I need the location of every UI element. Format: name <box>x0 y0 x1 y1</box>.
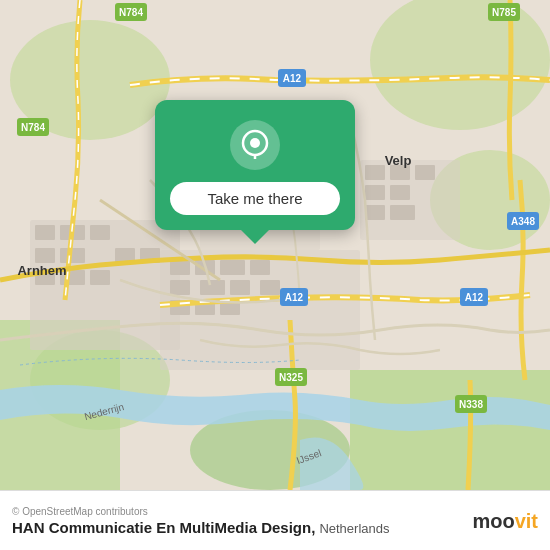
bottom-bar: © OpenStreetMap contributors HAN Communi… <box>0 490 550 550</box>
location-pin-icon <box>241 129 269 161</box>
svg-text:A348: A348 <box>511 216 535 227</box>
svg-text:N325: N325 <box>279 372 303 383</box>
svg-text:Arnhem: Arnhem <box>17 263 66 278</box>
svg-rect-23 <box>220 260 245 275</box>
svg-text:A12: A12 <box>283 73 302 84</box>
svg-rect-37 <box>390 185 410 200</box>
svg-rect-25 <box>170 280 190 295</box>
svg-text:Velp: Velp <box>385 153 412 168</box>
svg-rect-38 <box>365 205 385 220</box>
svg-rect-18 <box>90 270 110 285</box>
svg-rect-15 <box>60 248 85 263</box>
svg-rect-11 <box>35 225 55 240</box>
svg-rect-35 <box>415 165 435 180</box>
country-name: Netherlands <box>319 521 389 536</box>
place-name: HAN Communicatie En MultiMedia Design, <box>12 519 315 536</box>
svg-rect-36 <box>365 185 385 200</box>
svg-rect-39 <box>390 205 415 220</box>
svg-text:N784: N784 <box>119 7 143 18</box>
svg-text:N338: N338 <box>459 399 483 410</box>
location-icon-circle <box>230 120 280 170</box>
svg-rect-4 <box>350 370 550 490</box>
svg-rect-33 <box>365 165 385 180</box>
svg-rect-28 <box>260 280 280 295</box>
svg-text:N784: N784 <box>21 122 45 133</box>
svg-rect-27 <box>230 280 250 295</box>
svg-text:N785: N785 <box>492 7 516 18</box>
moovit-logo: moovit <box>472 509 538 532</box>
map-container: A12 A12 A12 N784 N784 N785 A348 N325 N33… <box>0 0 550 490</box>
map-svg: A12 A12 A12 N784 N784 N785 A348 N325 N33… <box>0 0 550 490</box>
svg-rect-13 <box>90 225 110 240</box>
map-attribution: © OpenStreetMap contributors <box>12 506 538 517</box>
svg-text:A12: A12 <box>465 292 484 303</box>
svg-rect-26 <box>200 280 225 295</box>
svg-rect-21 <box>170 260 190 275</box>
svg-rect-24 <box>250 260 270 275</box>
svg-text:A12: A12 <box>285 292 304 303</box>
take-me-there-button[interactable]: Take me there <box>170 182 340 215</box>
svg-rect-14 <box>35 248 55 263</box>
location-popup: Take me there <box>155 100 355 230</box>
svg-point-63 <box>250 138 260 148</box>
